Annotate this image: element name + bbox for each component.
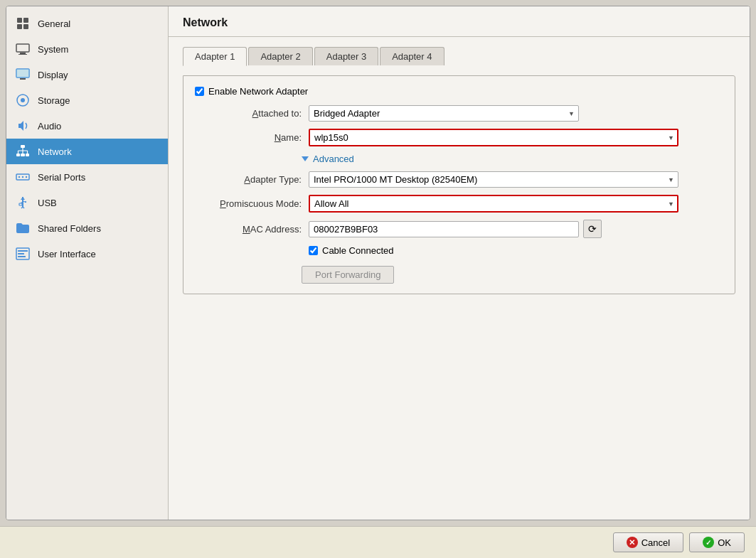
cancel-button[interactable]: ✕ Cancel [613,532,683,552]
content-area: Network Adapter 1 Adapter 2 Adapter 3 Ad… [169,6,750,520]
page-header: Network [169,6,750,37]
ui-icon [15,246,31,262]
svg-line-31 [23,207,24,208]
svg-rect-35 [18,256,26,257]
svg-point-11 [21,98,25,102]
promiscuous-row: Promiscuous Mode: Allow All Deny Allow V… [195,195,723,213]
sidebar-item-system[interactable]: System [6,36,168,62]
adapter-type-row: Adapter Type: Intel PRO/1000 MT Desktop … [195,171,723,188]
ok-label: OK [718,537,731,548]
cancel-label: Cancel [641,537,670,548]
svg-point-22 [18,176,20,178]
network-icon [15,144,31,159]
svg-rect-2 [17,24,22,29]
svg-rect-9 [20,78,26,80]
sidebar-item-serial-ports[interactable]: Serial Ports [6,164,168,190]
mac-row: MAC Address: ⟳ [195,220,723,238]
sidebar-item-usb[interactable]: USB [6,190,168,215]
ok-button[interactable]: ✓ OK [689,532,745,552]
display-icon [15,67,31,82]
usb-icon [15,195,31,210]
cable-row: Cable Connected [309,245,723,256]
advanced-triangle-icon [302,156,309,161]
name-row: Name: wlp15s0 [195,129,723,146]
sidebar-item-label: Network [38,146,72,157]
sidebar-item-network[interactable]: Network [6,139,168,164]
tab-adapter2[interactable]: Adapter 2 [248,47,312,65]
enable-network-checkbox[interactable] [195,87,204,96]
sidebar-item-label: USB [38,198,57,208]
page-body: Adapter 1 Adapter 2 Adapter 3 Adapter 4 … [169,37,750,520]
svg-rect-13 [16,154,20,156]
advanced-label[interactable]: Advanced [313,154,354,164]
page-title: Network [183,16,735,29]
adapter-type-select[interactable]: Intel PRO/1000 MT Desktop (82540EM) [309,171,678,188]
mac-control: ⟳ [309,220,602,238]
svg-rect-12 [21,145,25,148]
promiscuous-select[interactable]: Allow All Deny Allow VMs [309,195,678,213]
cancel-icon: ✕ [627,537,638,548]
svg-rect-8 [16,69,29,77]
name-select-wrapper: wlp15s0 [309,129,678,146]
sidebar-item-audio[interactable]: Audio [6,113,168,139]
adapter-tabs: Adapter 1 Adapter 2 Adapter 3 Adapter 4 [183,47,735,65]
mac-input[interactable] [309,221,579,237]
name-select[interactable]: wlp15s0 [309,129,678,146]
cable-label[interactable]: Cable Connected [322,245,393,256]
svg-rect-5 [20,53,26,54]
ok-icon: ✓ [703,537,714,548]
attached-select-wrapper: Bridged Adapter NAT Host-only Adapter In… [309,105,579,122]
svg-rect-14 [21,154,25,156]
port-fwd-row: Port Forwarding [195,263,723,284]
tab-content: Enable Network Adapter Attached to: Brid… [183,75,735,294]
svg-rect-26 [19,203,22,205]
adapter-type-select-wrapper: Intel PRO/1000 MT Desktop (82540EM) [309,171,678,188]
promiscuous-label: Promiscuous Mode: [195,198,302,209]
sidebar-item-label: Storage [38,95,70,106]
sidebar-item-label: Audio [38,121,61,132]
sidebar-item-label: System [38,44,68,55]
enable-row: Enable Network Adapter [195,86,723,97]
refresh-icon: ⟳ [588,223,597,235]
sidebar-item-label: General [38,18,70,29]
sidebar-item-label: Display [38,70,68,80]
sidebar-item-storage[interactable]: Storage [6,87,168,113]
name-label: Name: [195,132,302,143]
sidebar: General System Display [6,6,169,520]
advanced-section[interactable]: Advanced [195,154,723,164]
svg-rect-6 [18,54,27,55]
audio-icon [15,118,31,134]
svg-rect-0 [17,18,22,23]
sidebar-item-label: User Interface [38,249,96,259]
adapter-type-control: Intel PRO/1000 MT Desktop (82540EM) [309,171,678,188]
folder-icon [15,220,31,236]
attached-control: Bridged Adapter NAT Host-only Adapter In… [309,105,579,122]
port-forwarding-button[interactable]: Port Forwarding [302,266,394,284]
serial-icon [15,169,31,185]
svg-rect-33 [18,250,28,252]
svg-rect-34 [18,253,24,254]
system-icon [15,41,31,57]
storage-icon [15,92,31,108]
svg-point-23 [22,176,23,178]
refresh-mac-button[interactable]: ⟳ [583,220,602,238]
sidebar-item-general[interactable]: General [6,11,168,36]
enable-label[interactable]: Enable Network Adapter [208,86,308,97]
sidebar-item-label: Serial Ports [38,172,85,183]
attached-label: Attached to: [195,108,302,119]
sidebar-item-shared-folders[interactable]: Shared Folders [6,215,168,241]
tab-adapter3[interactable]: Adapter 3 [314,47,378,65]
adapter-type-label: Adapter Type: [195,174,302,185]
svg-rect-1 [23,18,28,23]
mac-label: MAC Address: [195,224,302,235]
name-control: wlp15s0 [309,129,678,146]
gear-icon [15,16,31,31]
attached-select[interactable]: Bridged Adapter NAT Host-only Adapter In… [309,105,579,122]
cable-connected-checkbox[interactable] [309,246,318,255]
tab-adapter4[interactable]: Adapter 4 [380,47,444,65]
sidebar-item-display[interactable]: Display [6,62,168,87]
sidebar-item-user-interface[interactable]: User Interface [6,241,168,267]
tab-adapter1[interactable]: Adapter 1 [183,47,247,66]
promiscuous-control: Allow All Deny Allow VMs [309,195,678,213]
svg-line-30 [21,207,23,208]
